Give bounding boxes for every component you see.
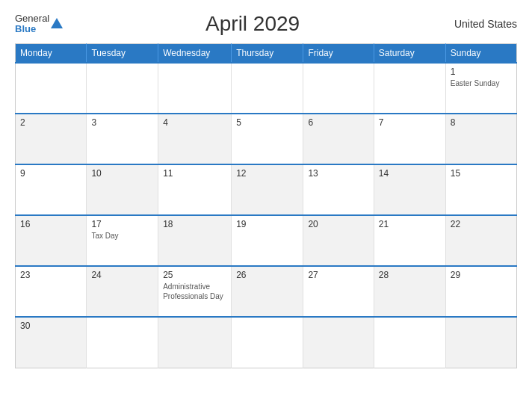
logo: General Blue	[15, 13, 63, 35]
day-cell: 11	[158, 164, 232, 215]
day-number: 2	[20, 117, 81, 128]
logo-blue-text: Blue	[15, 24, 49, 34]
day-cell: 23	[16, 266, 87, 317]
day-cell	[303, 317, 374, 368]
day-number: 13	[308, 168, 368, 179]
week-row-6: 30	[16, 317, 517, 368]
day-cell	[374, 63, 445, 114]
day-cell: 15	[445, 164, 516, 215]
day-cell: 27	[303, 266, 374, 317]
day-cell: 29	[445, 266, 516, 317]
day-cell: 24	[87, 266, 158, 317]
days-of-week-row: MondayTuesdayWednesdayThursdayFridaySatu…	[16, 44, 517, 64]
logo-general-text: General	[15, 13, 49, 24]
day-cell: 30	[16, 317, 87, 368]
day-number: 21	[379, 219, 441, 229]
calendar-body: 1Easter Sunday234567891011121314151617Ta…	[16, 63, 517, 368]
day-number: 9	[20, 168, 81, 179]
day-number: 10	[91, 168, 153, 179]
day-cell: 2	[16, 114, 87, 164]
day-number: 30	[20, 321, 81, 331]
day-cell: 19	[232, 215, 303, 266]
week-row-2: 2345678	[16, 114, 517, 164]
day-number: 25	[163, 270, 226, 280]
country-label: United States	[442, 18, 517, 30]
day-cell: 26	[232, 266, 303, 317]
day-number: 15	[451, 168, 512, 179]
day-number: 29	[451, 270, 512, 280]
day-cell: 18	[158, 215, 232, 266]
day-header-friday: Friday	[303, 44, 374, 64]
day-header-thursday: Thursday	[232, 44, 303, 64]
day-header-monday: Monday	[16, 44, 87, 64]
week-row-1: 1Easter Sunday	[16, 63, 517, 114]
holiday-label: Easter Sunday	[451, 78, 512, 88]
day-number: 18	[163, 219, 226, 229]
day-number: 19	[236, 219, 298, 229]
week-row-4: 1617Tax Day1819202122	[16, 215, 517, 266]
day-cell	[232, 63, 303, 114]
day-header-sunday: Sunday	[445, 44, 516, 64]
day-number: 1	[451, 67, 512, 77]
day-header-wednesday: Wednesday	[158, 44, 232, 64]
day-header-tuesday: Tuesday	[87, 44, 158, 64]
day-number: 12	[236, 168, 298, 179]
day-cell: 13	[303, 164, 374, 215]
day-number: 11	[163, 168, 226, 179]
day-number: 7	[379, 117, 441, 128]
day-number: 5	[236, 117, 298, 128]
day-cell	[158, 63, 232, 114]
day-number: 24	[91, 270, 153, 280]
day-cell: 10	[87, 164, 158, 215]
day-cell: 16	[16, 215, 87, 266]
day-number: 14	[379, 168, 441, 179]
day-cell	[158, 317, 232, 368]
day-cell: 21	[374, 215, 445, 266]
day-number: 3	[91, 117, 153, 128]
calendar-table: MondayTuesdayWednesdayThursdayFridaySatu…	[15, 43, 517, 368]
day-cell	[374, 317, 445, 368]
day-cell: 9	[16, 164, 87, 215]
day-cell: 8	[445, 114, 516, 164]
day-number: 6	[308, 117, 368, 128]
day-cell: 17Tax Day	[87, 215, 158, 266]
day-number: 4	[163, 117, 226, 128]
logo-triangle-icon	[51, 18, 63, 28]
day-number: 27	[308, 270, 368, 280]
day-cell: 5	[232, 114, 303, 164]
day-number: 22	[451, 219, 512, 229]
day-cell: 1Easter Sunday	[445, 63, 516, 114]
day-cell: 14	[374, 164, 445, 215]
calendar-title: April 2029	[63, 12, 442, 36]
day-number: 28	[379, 270, 441, 280]
day-cell	[303, 63, 374, 114]
day-cell: 12	[232, 164, 303, 215]
calendar-page: General Blue April 2029 United States Mo…	[0, 0, 532, 411]
day-number: 8	[451, 117, 512, 128]
holiday-label: Tax Day	[91, 231, 153, 241]
week-row-5: 232425Administrative Professionals Day26…	[16, 266, 517, 317]
day-cell: 22	[445, 215, 516, 266]
day-cell	[87, 63, 158, 114]
day-cell	[445, 317, 516, 368]
day-number: 17	[91, 219, 153, 229]
logo-text: General Blue	[15, 13, 49, 35]
day-cell: 28	[374, 266, 445, 317]
week-row-3: 9101112131415	[16, 164, 517, 215]
header: General Blue April 2029 United States	[15, 12, 517, 36]
day-cell	[232, 317, 303, 368]
day-cell: 3	[87, 114, 158, 164]
day-cell: 4	[158, 114, 232, 164]
day-number: 20	[308, 219, 368, 229]
day-cell	[87, 317, 158, 368]
day-cell: 20	[303, 215, 374, 266]
day-cell	[16, 63, 87, 114]
holiday-label: Administrative Professionals Day	[163, 282, 226, 301]
day-number: 23	[20, 270, 81, 280]
day-number: 26	[236, 270, 298, 280]
day-number: 16	[20, 219, 81, 229]
day-header-saturday: Saturday	[374, 44, 445, 64]
day-cell: 25Administrative Professionals Day	[158, 266, 232, 317]
day-cell: 7	[374, 114, 445, 164]
day-cell: 6	[303, 114, 374, 164]
